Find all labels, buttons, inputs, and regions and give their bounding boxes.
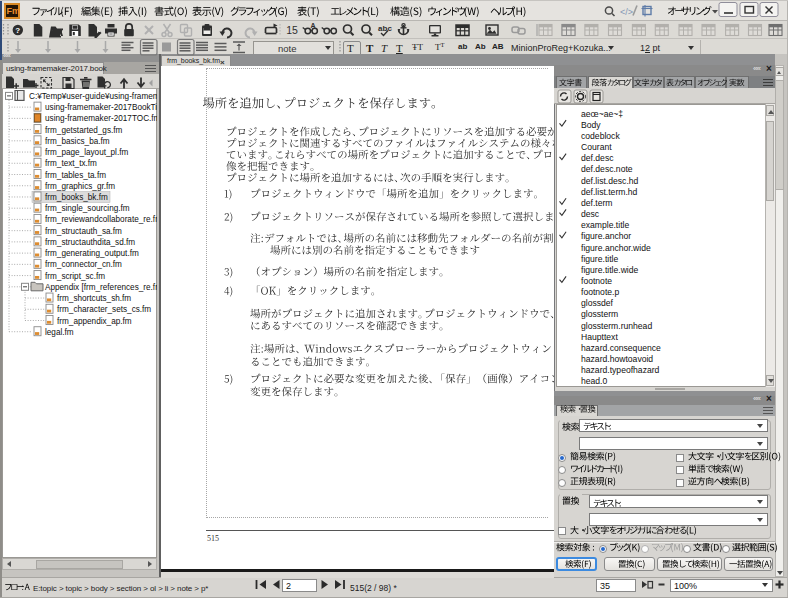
svg-text:codeblock: codeblock [581, 131, 620, 141]
svg-text:example.title: example.title [581, 220, 629, 230]
svg-text:glossdef: glossdef [581, 298, 614, 308]
svg-text:figure.anchor.wide: figure.anchor.wide [581, 243, 651, 253]
svg-text:figure.anchor: figure.anchor [581, 231, 631, 241]
svg-text:glossterm: glossterm [581, 309, 618, 319]
svg-text:def.term: def.term [581, 198, 613, 208]
svg-text:head.0: head.0 [581, 376, 608, 386]
svg-text:def.list.term.hd: def.list.term.hd [581, 187, 638, 197]
svg-text:Body: Body [581, 120, 601, 130]
svg-text:glossterm.runhead: glossterm.runhead [581, 321, 652, 331]
svg-text:figure.title: figure.title [581, 254, 618, 264]
svg-text:hazard.consequence: hazard.consequence [581, 343, 661, 353]
svg-text:def.list.desc.hd: def.list.desc.hd [581, 176, 639, 186]
svg-text:hazard.howtoavoid: hazard.howtoavoid [581, 354, 653, 364]
svg-text:footnote: footnote [581, 276, 612, 286]
svg-text:aeœ~ae~‡: aeœ~ae~‡ [581, 109, 623, 119]
svg-text:hazard.typeofhazard: hazard.typeofhazard [581, 365, 660, 375]
svg-text:def.desc: def.desc [581, 153, 614, 163]
svg-text:def.desc.note: def.desc.note [581, 164, 633, 174]
svg-text:figure.title.wide: figure.title.wide [581, 265, 639, 275]
svg-text:desc: desc [581, 209, 600, 219]
svg-text:footnote.p: footnote.p [581, 287, 619, 297]
svg-text:Courant: Courant [581, 142, 612, 152]
svg-text:Haupttext: Haupttext [581, 332, 618, 342]
